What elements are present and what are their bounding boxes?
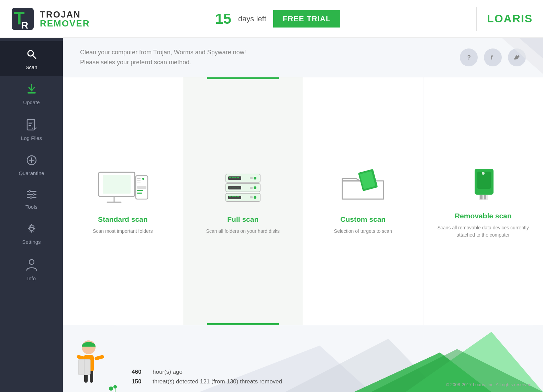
logo-area: T R TROJAN REMOVER: [10, 7, 90, 31]
removable-scan-card[interactable]: Removable scan Scans all removable data …: [423, 77, 543, 325]
removable-scan-desc: Scans all removable data devices current…: [434, 224, 533, 239]
banner-line2: Please seles your preferrd scan method.: [80, 57, 246, 67]
removable-scan-icon-wrap: [464, 164, 502, 205]
svg-point-61: [254, 196, 256, 199]
custom-scan-icon-wrap: [339, 167, 387, 208]
svg-rect-69: [484, 195, 486, 199]
bottom-info: 460 hour(s) ago 150 threat(s) detected 1…: [63, 362, 292, 392]
full-scan-title: Full scan: [227, 215, 258, 224]
sidebar-update-label: Update: [23, 99, 40, 105]
sidebar-scan-label: Scan: [25, 64, 37, 70]
loaris-text-ris: RIS: [512, 12, 533, 25]
standard-scan-icon: [95, 169, 150, 207]
logo-text: TROJAN REMOVER: [40, 10, 90, 28]
copyright-text: © 2008-2017 Loaris, Inc. All rights rese…: [446, 382, 533, 387]
svg-point-70: [482, 172, 485, 175]
bottom-separator-line: [114, 325, 533, 325]
svg-rect-59: [234, 196, 236, 197]
sidebar-item-log-files[interactable]: LOG Log Files: [0, 111, 63, 147]
svg-rect-37: [137, 190, 143, 191]
svg-rect-34: [137, 183, 141, 183]
stat-threats-num: 150: [132, 378, 147, 385]
svg-rect-48: [228, 186, 241, 189]
top-banner: Clean your computer from Trojan, Worms a…: [63, 38, 543, 77]
sidebar-item-tools[interactable]: Tools: [0, 182, 63, 216]
person-icon: [26, 259, 37, 273]
full-scan-icon: [221, 169, 265, 207]
svg-rect-38: [137, 193, 142, 194]
svg-point-53: [254, 186, 256, 189]
custom-scan-desc: Selection of targets to scan: [334, 228, 392, 235]
svg-text:?: ?: [467, 54, 471, 61]
sidebar-item-settings[interactable]: Settings: [0, 216, 63, 251]
full-scan-card[interactable]: Full scan Scan all folders on your hard …: [183, 77, 303, 325]
removable-scan-icon: [464, 165, 502, 203]
svg-rect-15: [27, 191, 36, 192]
svg-rect-33: [137, 181, 141, 181]
svg-point-45: [254, 177, 256, 179]
sidebar-info-label: Info: [27, 275, 36, 281]
svg-rect-41: [229, 177, 231, 178]
sidebar-tools-label: Tools: [25, 204, 37, 210]
loaris-text-a: A: [504, 12, 512, 25]
twitter-button[interactable]: [508, 48, 526, 66]
log-file-icon: LOG: [26, 119, 37, 132]
trojan-remover-logo-icon: T R: [10, 7, 35, 31]
standard-scan-title: Standard scan: [98, 215, 148, 224]
svg-point-19: [33, 194, 34, 195]
logo-trojan: TROJAN: [40, 10, 90, 19]
svg-rect-44: [237, 177, 239, 178]
full-scan-icon-wrap: [221, 167, 265, 208]
svg-rect-49: [229, 187, 231, 187]
sidebar-item-scan[interactable]: Scan: [0, 41, 63, 76]
stat-threats-text: threat(s) detected 121 (from 130) threat…: [153, 378, 282, 385]
stat-hours-text: hour(s) ago: [153, 369, 182, 375]
logo-remover: REMOVER: [40, 19, 90, 28]
svg-text:LOG: LOG: [32, 127, 37, 130]
svg-text:R: R: [21, 20, 28, 31]
sidebar-quarantine-label: Quarantine: [19, 170, 44, 176]
help-button[interactable]: ?: [460, 48, 478, 66]
svg-rect-40: [228, 176, 241, 180]
custom-scan-icon: [339, 169, 387, 207]
svg-rect-67: [479, 195, 488, 200]
header-divider: [476, 7, 477, 31]
svg-rect-43: [234, 177, 236, 178]
sidebar-item-quarantine[interactable]: Quarantine: [0, 147, 63, 182]
gear-icon: [26, 224, 37, 236]
svg-rect-8: [29, 122, 33, 122]
svg-rect-10: [29, 125, 31, 126]
sidebar-item-info[interactable]: Info: [0, 251, 63, 287]
download-icon: [26, 84, 37, 97]
standard-scan-card[interactable]: Standard scan Scan most important folder…: [63, 77, 183, 325]
stat-hours-num: 460: [132, 369, 147, 375]
custom-scan-card[interactable]: Custom scan Selection of targets to scan: [303, 77, 423, 325]
svg-line-4: [33, 55, 36, 58]
custom-scan-title: Custom scan: [340, 215, 386, 224]
svg-point-22: [29, 260, 34, 264]
svg-rect-5: [27, 92, 36, 94]
days-label: days left: [238, 14, 266, 23]
sidebar-item-update[interactable]: Update: [0, 76, 63, 111]
removable-scan-title: Removable scan: [455, 212, 512, 220]
svg-rect-58: [232, 196, 234, 197]
standard-scan-desc: Scan most important folders: [93, 228, 153, 235]
svg-rect-62: [250, 196, 253, 198]
banner-social-icons: ? f: [460, 48, 526, 66]
app-header: T R TROJAN REMOVER 15 days left FREE TRI…: [0, 0, 543, 38]
svg-rect-46: [250, 177, 253, 179]
scan-options: Standard scan Scan most important folder…: [63, 77, 543, 325]
svg-rect-32: [137, 178, 141, 179]
svg-rect-50: [232, 187, 234, 187]
svg-rect-57: [229, 196, 231, 197]
tools-icon: [26, 190, 37, 201]
content-area: Clean your computer from Trojan, Worms a…: [63, 38, 543, 392]
stat-hours-row: 460 hour(s) ago: [132, 369, 282, 375]
banner-line1: Clean your computer from Trojan, Worms a…: [80, 47, 246, 57]
bottom-section: 460 hour(s) ago 150 threat(s) detected 1…: [63, 325, 543, 392]
free-trial-button[interactable]: FREE TRIAL: [273, 10, 341, 28]
loaris-logo: LOARIS: [487, 12, 533, 25]
plus-circle-icon: [26, 155, 37, 167]
facebook-button[interactable]: f: [484, 48, 502, 66]
loaris-text-lo: LO: [487, 12, 503, 25]
